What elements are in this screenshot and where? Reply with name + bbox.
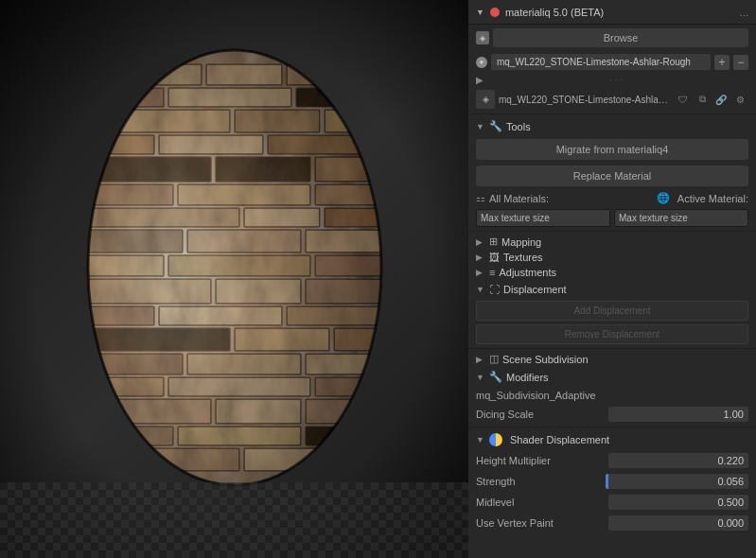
migrate-button[interactable]: Migrate from materialiq4: [476, 139, 748, 160]
strength-value[interactable]: [606, 474, 748, 489]
scene-sub-arrow-icon: ▶: [476, 355, 485, 364]
shader-sphere-icon: [489, 433, 502, 446]
textures-label: Textures: [503, 252, 543, 263]
dropdown-row-1: Max texture size Max texture size: [468, 207, 756, 229]
checker-bg: [0, 482, 468, 558]
textures-section[interactable]: ▶ 🖼 Textures: [468, 250, 756, 265]
material-type-button[interactable]: ◈: [476, 90, 495, 109]
divider-3: [468, 348, 756, 349]
material-name-field[interactable]: mq_WL220_STONE-Limestone-Ashlar-Rough: [491, 54, 711, 70]
tools-arrow-icon: ▼: [476, 122, 485, 131]
height-multiplier-label: Height Multiplier: [476, 455, 605, 466]
toolbar-row: ◈ mq_WL220_STONE-Limestone-Ashlar-Ro... …: [468, 87, 756, 112]
max-texture-select-1[interactable]: Max texture size: [476, 209, 610, 227]
adjustments-section[interactable]: ▶ ≡ Adjustments: [468, 265, 756, 280]
adjustments-icon: ≡: [489, 267, 495, 278]
active-material-globe-icon: 🌐: [657, 192, 670, 204]
properties-panel: ▼ materialiq 5.0 (BETA) ... ◈ Browse ● m…: [468, 0, 756, 558]
max-texture-select-2[interactable]: Max texture size: [614, 209, 748, 227]
remove-material-button[interactable]: −: [733, 55, 748, 70]
strength-row: Strength: [468, 471, 756, 492]
displacement-label: Displacement: [503, 284, 567, 295]
add-material-button[interactable]: +: [714, 55, 730, 70]
expand-dots: ···: [487, 75, 748, 85]
status-dot: [490, 8, 500, 17]
collapse-arrow-icon[interactable]: ▼: [476, 8, 484, 17]
shader-disp-arrow-icon: ▼: [476, 435, 485, 445]
browse-row: ◈ Browse: [468, 25, 756, 51]
divider-4: [468, 427, 756, 427]
textures-arrow-icon: ▶: [476, 253, 485, 262]
tools-content: Migrate from materialiq4 Replace Materia…: [468, 136, 756, 189]
height-multiplier-row: Height Multiplier: [468, 450, 756, 471]
active-material-label: Active Material:: [677, 193, 748, 204]
panel-menu-icon[interactable]: ...: [740, 7, 748, 18]
displacement-arrow-icon: ▼: [476, 285, 485, 294]
midlevel-row: Midlevel: [468, 492, 756, 513]
mapping-label: Mapping: [501, 236, 541, 248]
mapping-section[interactable]: ▶ ⊞ Mapping: [468, 234, 756, 250]
settings-icon-button[interactable]: ⚙: [731, 91, 748, 108]
strength-label: Strength: [476, 476, 602, 487]
midlevel-value[interactable]: [608, 495, 748, 510]
link-icon-button[interactable]: 🔗: [712, 91, 730, 108]
scene-subdivision-section[interactable]: ▶ ◫ Scene Subdivision: [468, 351, 756, 367]
shield-icon-button[interactable]: 🛡: [675, 91, 692, 108]
shader-displacement-label: Shader Displacement: [510, 434, 609, 445]
divider-2: [468, 231, 756, 232]
panel-header: ▼ materialiq 5.0 (BETA) ...: [468, 0, 756, 25]
modifiers-arrow-icon: ▼: [476, 373, 485, 382]
svg-point-53: [88, 50, 381, 485]
materials-row: ⚏ All Materials: 🌐 Active Material:: [468, 189, 756, 207]
modifiers-label: Modifiers: [506, 372, 549, 383]
all-materials-label: All Materials:: [489, 193, 549, 204]
dicing-scale-row: Dicing Scale: [468, 404, 756, 425]
copy-icon-button[interactable]: ⧉: [694, 91, 711, 108]
toolbar-icons: 🛡 ⧉ 🔗 ⚙: [675, 91, 748, 108]
height-multiplier-value[interactable]: [608, 453, 748, 468]
add-displacement-button: Add Displacement: [476, 301, 748, 321]
shader-displacement-header[interactable]: ▼ Shader Displacement: [468, 429, 756, 450]
displacement-section[interactable]: ▼ ⛶ Displacement: [468, 280, 756, 299]
use-vertex-paint-label: Use Vertex Paint: [476, 517, 605, 529]
material-name-display: mq_WL220_STONE-Limestone-Ashlar-Ro...: [499, 95, 671, 105]
tools-label: Tools: [506, 121, 531, 132]
subdivision-adaptive-label: mq_Subdivision_Adaptive: [468, 387, 756, 404]
material-sphere-icon: ●: [476, 57, 487, 68]
scene-subdivision-label: Scene Subdivision: [502, 354, 589, 365]
browse-button[interactable]: Browse: [493, 28, 748, 47]
browse-icon: ◈: [476, 31, 489, 44]
dicing-scale-value[interactable]: [608, 407, 748, 422]
scene-sub-icon: ◫: [489, 353, 499, 365]
textures-icon: 🖼: [489, 252, 500, 263]
panel-title: materialiq 5.0 (BETA): [505, 7, 734, 18]
mapping-arrow-icon: ▶: [476, 237, 485, 247]
tools-icon: 🔧: [489, 120, 502, 132]
tools-section-header[interactable]: ▼ 🔧 Tools: [468, 116, 756, 136]
mapping-icon: ⊞: [489, 235, 498, 248]
svg-rect-52: [343, 448, 391, 471]
use-vertex-paint-value[interactable]: [608, 515, 748, 531]
remove-displacement-button: Remove Displacement: [476, 324, 748, 344]
modifiers-icon: 🔧: [489, 371, 502, 383]
material-name-row: ● mq_WL220_STONE-Limestone-Ashlar-Rough …: [468, 51, 756, 73]
modifiers-section-header[interactable]: ▼ 🔧 Modifiers: [468, 367, 756, 387]
preview-cylinder: [74, 45, 396, 490]
displacement-icon: ⛶: [489, 284, 500, 295]
adjustments-label: Adjustments: [499, 267, 556, 278]
midlevel-label: Midlevel: [476, 497, 605, 508]
use-vertex-paint-row: Use Vertex Paint: [468, 513, 756, 533]
replace-material-button[interactable]: Replace Material: [476, 166, 748, 186]
all-materials-icon: ⚏: [476, 192, 485, 204]
expand-row: ▶ ···: [468, 73, 756, 87]
dicing-scale-label: Dicing Scale: [476, 409, 605, 420]
expand-button[interactable]: ▶: [476, 75, 483, 85]
viewport: [0, 0, 468, 558]
adjustments-arrow-icon: ▶: [476, 268, 485, 277]
divider-1: [468, 113, 756, 114]
